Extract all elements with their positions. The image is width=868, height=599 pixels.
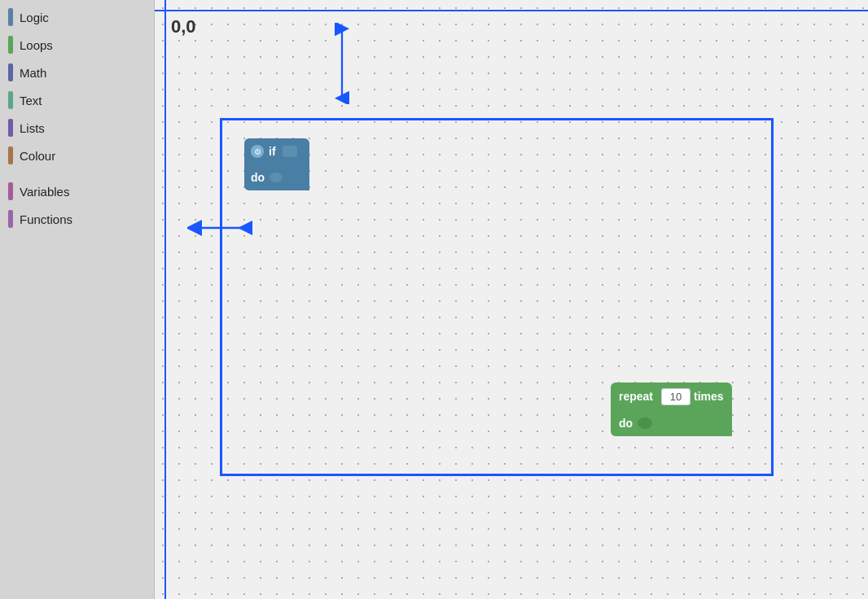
- variables-color-bar: [8, 182, 13, 200]
- sidebar-item-logic[interactable]: Logic: [0, 3, 154, 31]
- sidebar-item-label: Logic: [20, 11, 49, 24]
- horizontal-arrow: [187, 218, 252, 238]
- sidebar: Logic Loops Math Text Lists Colour Varia…: [0, 0, 155, 599]
- if-top-row: ⚙ if: [244, 138, 309, 164]
- crosshair-horizontal: [155, 10, 868, 11]
- sidebar-item-variables[interactable]: Variables: [0, 177, 154, 205]
- if-do-row: do: [244, 164, 309, 190]
- sidebar-item-label: Colour: [20, 149, 55, 163]
- if-puzzle-connector: [283, 146, 297, 157]
- sidebar-item-colour[interactable]: Colour: [0, 142, 154, 169]
- sidebar-item-label: Variables: [20, 185, 69, 199]
- canvas-area[interactable]: 0,0: [155, 0, 868, 599]
- sidebar-item-lists[interactable]: Lists: [0, 114, 154, 142]
- sidebar-item-math[interactable]: Math: [0, 59, 154, 86]
- sidebar-item-loops[interactable]: Loops: [0, 31, 154, 59]
- do-connector: [270, 173, 283, 182]
- sidebar-item-label: Text: [20, 94, 42, 107]
- coordinate-label: 0,0: [171, 16, 196, 37]
- crosshair-vertical: [164, 0, 166, 599]
- sidebar-item-functions[interactable]: Functions: [0, 205, 154, 233]
- svg-point-7: [270, 173, 283, 182]
- functions-color-bar: [8, 210, 13, 228]
- sidebar-item-label: Lists: [20, 121, 45, 135]
- svg-point-8: [638, 418, 652, 429]
- logic-color-bar: [8, 8, 13, 26]
- repeat-top-row: repeat times: [611, 383, 732, 410]
- sidebar-item-label: Functions: [20, 212, 72, 226]
- math-color-bar: [8, 63, 13, 81]
- colour-color-bar: [8, 146, 13, 164]
- times-label: times: [694, 390, 724, 403]
- svg-rect-6: [283, 146, 297, 157]
- repeat-do-row: do: [611, 410, 732, 436]
- sidebar-divider: [0, 169, 154, 177]
- do-label: do: [251, 171, 265, 184]
- sidebar-item-label: Math: [20, 66, 46, 80]
- if-label: if: [269, 145, 276, 158]
- repeat-block[interactable]: repeat times do: [611, 383, 732, 436]
- repeat-do-connector: [638, 418, 652, 429]
- loops-color-bar: [8, 36, 13, 54]
- lists-color-bar: [8, 119, 13, 137]
- gear-icon[interactable]: ⚙: [251, 145, 264, 158]
- repeat-value-input[interactable]: [661, 388, 690, 405]
- text-color-bar: [8, 91, 13, 109]
- if-block[interactable]: ⚙ if do: [244, 138, 309, 190]
- repeat-label: repeat: [619, 390, 653, 403]
- vertical-arrow: [332, 23, 352, 104]
- repeat-do-label: do: [619, 417, 633, 430]
- sidebar-item-label: Loops: [20, 38, 53, 52]
- sidebar-item-text[interactable]: Text: [0, 86, 154, 114]
